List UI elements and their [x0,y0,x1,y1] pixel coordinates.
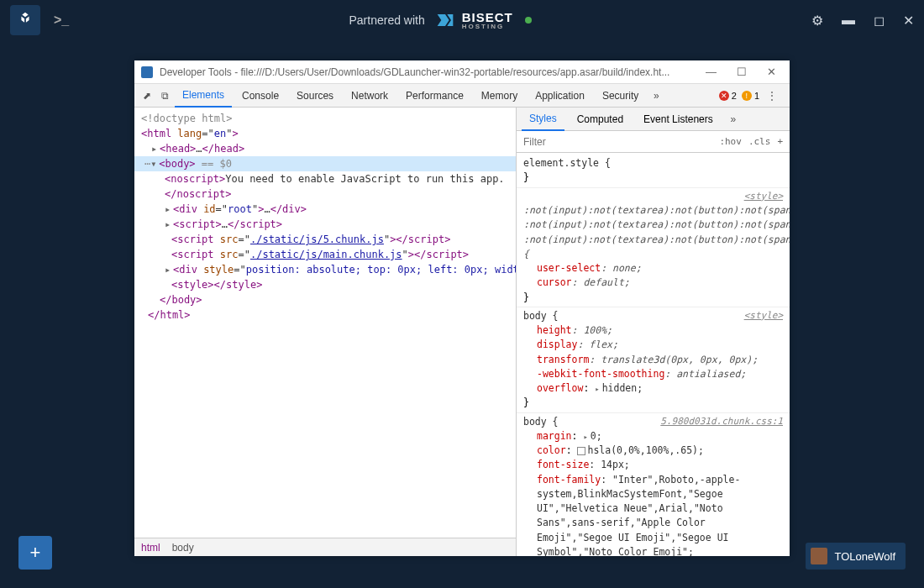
user-badge[interactable]: TOLoneWolf [806,543,906,570]
devtools-minimize-icon[interactable]: — [699,66,723,78]
username: TOLoneWolf [834,550,895,563]
subtab-eventlisteners[interactable]: Event Listeners [636,108,721,131]
hov-toggle[interactable]: :hov [719,136,742,147]
inspect-icon[interactable]: ⬈ [139,90,155,102]
tab-performance[interactable]: Performance [398,84,471,108]
more-tabs-icon[interactable]: » [648,90,664,102]
device-icon[interactable]: ⧉ [157,90,172,102]
devtools-window: Developer Tools - file:///D:/Users/User/… [134,60,790,556]
status-dot-icon [525,17,532,24]
devtools-icon [141,66,153,78]
tab-memory[interactable]: Memory [474,84,525,108]
terminal-icon[interactable]: >_ [54,13,69,28]
devtools-titlebar: Developer Tools - file:///D:/Users/User/… [134,60,790,84]
styles-filter-input[interactable] [517,131,712,152]
add-rule-icon[interactable]: + [777,136,783,147]
warning-count[interactable]: !1 [742,91,759,101]
styles-panel: Styles Computed Event Listeners » :hov .… [517,108,790,556]
dom-tree[interactable]: <!doctype html> <html lang="en"> ▸<head>… [134,108,516,538]
devtools-maximize-icon[interactable]: ☐ [730,66,753,78]
cls-toggle[interactable]: .cls [748,136,771,147]
avatar [811,548,827,564]
tab-application[interactable]: Application [528,84,592,108]
devtools-tabbar: ⬈ ⧉ Elements Console Sources Network Per… [134,84,790,108]
add-button[interactable]: + [18,536,52,570]
partnered-label: Partnered with [349,13,424,27]
maximize-icon[interactable]: ◻ [874,13,885,29]
tab-console[interactable]: Console [234,84,286,108]
styles-list[interactable]: element.style { } <style> :not(input):no… [517,153,790,556]
tab-network[interactable]: Network [344,84,396,108]
tab-elements[interactable]: Elements [175,84,232,108]
close-icon[interactable]: ✕ [903,13,914,29]
kebab-icon[interactable]: ⋮ [764,90,780,102]
more-subtabs-icon[interactable]: » [726,113,741,125]
subtab-styles[interactable]: Styles [522,108,564,131]
subtab-computed[interactable]: Computed [570,108,631,131]
minimize-icon[interactable]: ▬ [842,13,855,28]
breadcrumb[interactable]: html body [134,538,516,556]
devtools-close-icon[interactable]: ✕ [760,66,783,78]
app-logo[interactable] [10,5,40,35]
gear-icon[interactable]: ⚙ [811,13,823,29]
devtools-title: Developer Tools - file:///D:/Users/User/… [160,66,692,78]
error-count[interactable]: ✕2 [719,91,737,101]
tab-security[interactable]: Security [595,84,646,108]
app-titlebar: >_ Partnered with BISECT HOSTING ⚙ ▬ ◻ ✕ [0,0,924,40]
dom-panel: <!doctype html> <html lang="en"> ▸<head>… [134,108,517,556]
sponsor-logo[interactable]: BISECT HOSTING [433,8,513,32]
tab-sources[interactable]: Sources [289,84,341,108]
